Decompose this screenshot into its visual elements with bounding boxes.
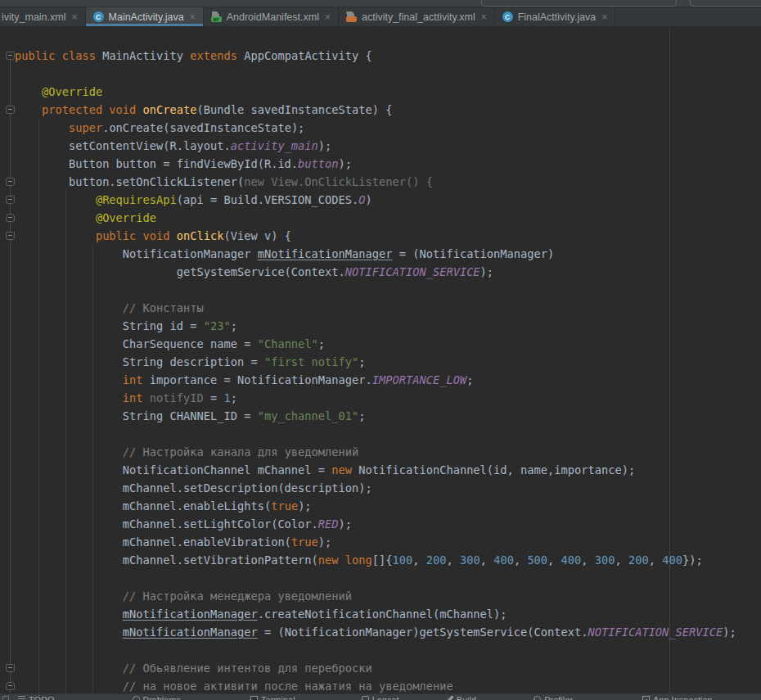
code-line[interactable]: mChannel.setDescription(description); (15, 479, 736, 497)
code-line[interactable]: mChannel.setVibrationPattern(new long[]{… (15, 551, 736, 569)
tool-window-button-terminal[interactable]: Terminal (250, 694, 295, 700)
fold-marker[interactable] (6, 664, 15, 672)
code-line[interactable]: protected void onCreate(Bundle savedInst… (15, 101, 736, 119)
tool-window-label: TODO (29, 695, 55, 700)
profiler-icon (534, 696, 541, 700)
terminal-icon (250, 696, 258, 700)
code-line[interactable] (15, 569, 736, 587)
app-inspection-icon (642, 696, 650, 700)
run-configuration-widget[interactable] (481, 0, 677, 7)
code-line[interactable]: @Override (15, 209, 736, 227)
tab-label: MainActivity.java (109, 11, 184, 23)
close-icon[interactable]: × (190, 12, 196, 22)
tool-window-label: Problems (143, 695, 181, 700)
code-line[interactable] (15, 425, 736, 443)
code-line[interactable]: mNotificationManager = (NotificationMana… (15, 623, 736, 641)
file-badge: MF (211, 16, 222, 22)
window-corner-icon[interactable] (2, 696, 9, 700)
close-icon[interactable]: × (601, 12, 607, 22)
tool-window-button-logcat[interactable]: Logcat (362, 694, 399, 700)
layout-xml-file-icon (346, 11, 357, 22)
code-line[interactable]: String CHANNEL_ID = "my_channel_01"; (15, 407, 736, 425)
manifest-file-icon: MF (211, 11, 222, 22)
code-line[interactable] (15, 281, 736, 299)
code-line[interactable]: Button button = findViewById(R.id.button… (15, 155, 736, 173)
code-line[interactable]: mChannel.enableLights(true); (15, 497, 736, 515)
code-line[interactable]: public void onClick(View v) { (15, 227, 736, 245)
code-line[interactable]: @RequiresApi(api = Build.VERSION_CODES.O… (15, 191, 736, 209)
file-badge (346, 16, 357, 22)
code-line[interactable]: int notifyID = 1; (15, 389, 736, 407)
android-dot (346, 11, 349, 14)
fold-marker[interactable] (6, 214, 15, 222)
tab-androidmanifest-xml[interactable]: MFAndroidManifest.xml× (204, 7, 339, 26)
tool-window-button-build[interactable]: Build (446, 694, 476, 700)
code-line[interactable]: NotificationManager mNotificationManager… (15, 245, 736, 263)
code-line[interactable]: setContentView(R.layout.activity_main); (15, 137, 736, 155)
code-line[interactable] (15, 65, 736, 83)
tool-window-label: Profiler (544, 695, 573, 700)
fold-marker[interactable] (6, 178, 15, 186)
java-class-icon: C (502, 11, 513, 22)
code-line[interactable]: NotificationChannel mChannel = new Notif… (15, 461, 736, 479)
code-line[interactable]: button.setOnClickListener(new View.OnCli… (15, 173, 736, 191)
code-line[interactable]: @Override (15, 83, 736, 101)
fold-marker[interactable] (6, 196, 15, 204)
close-icon[interactable]: × (481, 12, 487, 22)
close-icon[interactable]: × (325, 12, 331, 22)
todo-icon (18, 696, 25, 700)
code-line[interactable]: super.onCreate(savedInstanceState); (15, 119, 736, 137)
fold-marker[interactable] (6, 232, 15, 240)
java-class-icon: C (93, 11, 104, 22)
device-selector-widget[interactable] (690, 0, 761, 7)
code-line[interactable]: getSystemService(Context.NOTIFICATION_SE… (15, 263, 736, 281)
logcat-icon (362, 696, 369, 700)
code-line[interactable]: public class MainActivity extends AppCom… (15, 47, 736, 65)
tab-ivity-main-xml[interactable]: ivity_main.xml× (0, 7, 86, 26)
code-line[interactable]: int importance = NotificationManager.IMP… (15, 371, 736, 389)
tool-window-label: Logcat (372, 695, 399, 700)
tab-label: FinalActtivity.java (518, 11, 597, 23)
code-line[interactable]: // на новое активити после нажатия на ув… (15, 677, 736, 693)
tool-window-label: App Inspection (653, 695, 713, 700)
tab-label: activity_final_acttivity.xml (362, 11, 475, 23)
code-editor[interactable]: public class MainActivity extends AppCom… (0, 27, 761, 693)
build-icon (446, 696, 453, 700)
code-line[interactable]: mChannel.setLightColor(Color.RED); (15, 515, 736, 533)
tool-window-button-profiler[interactable]: Profiler (534, 694, 573, 700)
code-line[interactable]: String id = "23"; (15, 317, 736, 335)
tool-window-label: Build (457, 695, 476, 700)
tab-label: AndroidManifest.xml (227, 11, 319, 23)
tool-window-button-app-inspection[interactable]: App Inspection (642, 694, 713, 700)
code-line[interactable] (15, 641, 736, 659)
code-line[interactable]: // Настройка канала для уведомлений (15, 443, 736, 461)
tool-window-button-problems[interactable]: Problems (133, 694, 181, 700)
code-line[interactable]: String description = "first notify"; (15, 353, 736, 371)
fold-marker[interactable] (6, 682, 15, 690)
fold-marker[interactable] (6, 106, 15, 114)
tool-window-label: Terminal (261, 695, 295, 700)
close-icon[interactable]: × (72, 12, 78, 22)
tab-finalacttivity-java[interactable]: CFinalActtivity.java× (495, 7, 616, 26)
code-line[interactable]: // Константы (15, 299, 736, 317)
code-text: public class MainActivity extends AppCom… (0, 27, 736, 693)
code-line[interactable]: mChannel.enableVibration(true); (15, 533, 736, 551)
code-line[interactable]: CharSequence name = "Channel"; (15, 335, 736, 353)
tool-window-button-todo[interactable]: TODO (18, 694, 55, 700)
code-line[interactable]: // Обьявление интентов для переброски (15, 659, 736, 677)
code-line[interactable]: // Настройка менеджера уведомлений (15, 587, 736, 605)
editor-tab-bar: ivity_main.xml×CMainActivity.java×MFAndr… (0, 7, 761, 27)
tool-window-bar: TODOProblemsTerminalLogcatBuildProfilerA… (0, 693, 761, 700)
tab-mainactivity-java[interactable]: CMainActivity.java× (86, 7, 204, 26)
main-toolbar-sliver (0, 0, 761, 7)
code-line[interactable]: mNotificationManager.createNotificationC… (15, 605, 736, 623)
tab-activity-final-acttivity-xml[interactable]: activity_final_acttivity.xml× (339, 7, 495, 26)
fold-marker[interactable] (6, 52, 15, 60)
tab-label: ivity_main.xml (2, 11, 66, 23)
problems-icon (133, 696, 140, 700)
